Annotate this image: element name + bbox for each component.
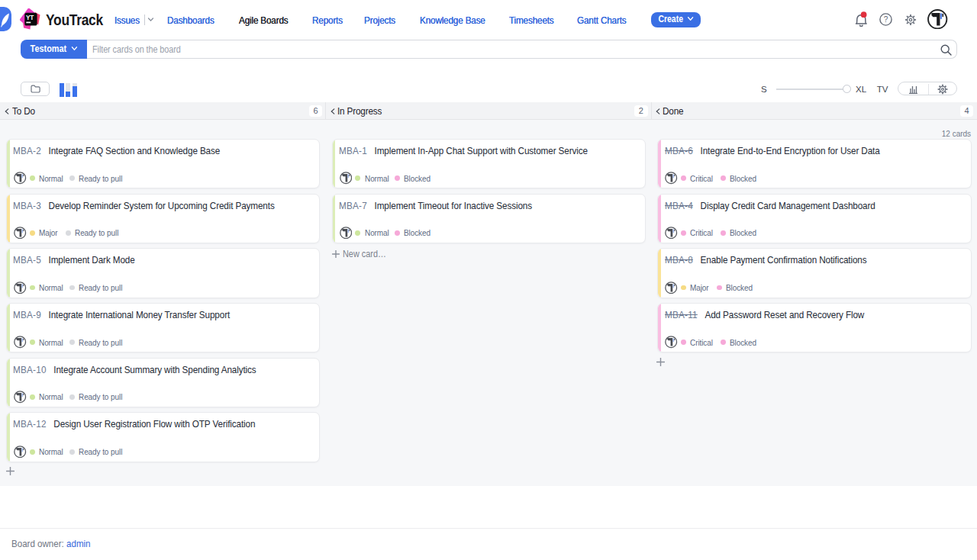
svg-text:?: ? (883, 15, 888, 24)
svg-text:YT: YT (26, 14, 34, 21)
